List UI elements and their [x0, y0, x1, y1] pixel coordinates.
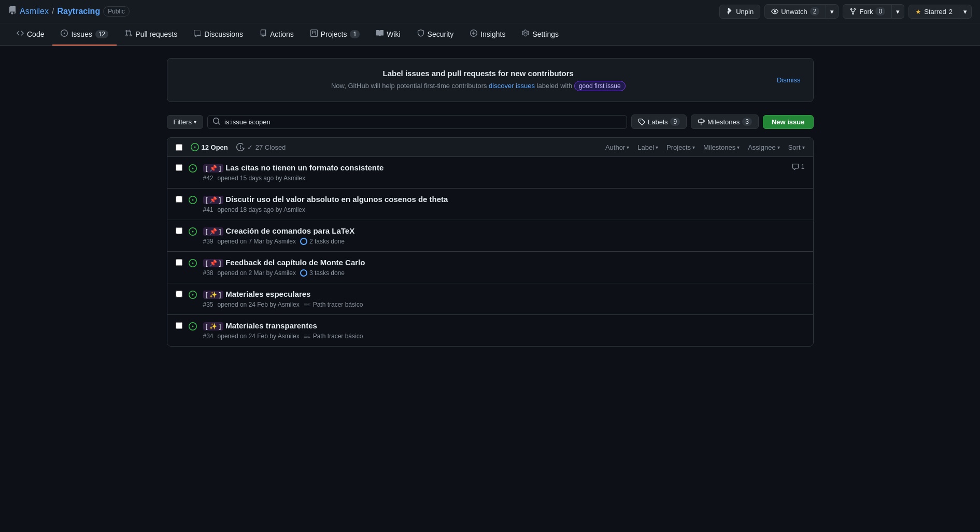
issue-meta: #41 opened 18 days ago by Asmilex	[203, 206, 799, 213]
project-badge: Path tracer básico	[304, 301, 363, 308]
issue-title[interactable]: [ 📌 ]Las citas no tienen un formato cons…	[203, 163, 786, 172]
repo-name[interactable]: Raytracing	[57, 7, 100, 16]
issue-row: [ ✨ ]Materiales transparentes #34 opened…	[167, 315, 813, 346]
issues-container: [ 📌 ]Las citas no tienen un formato cons…	[167, 157, 813, 346]
issue-author[interactable]: Asmilex	[274, 269, 296, 277]
tab-projects[interactable]: Projects 1	[302, 23, 368, 46]
unwatch-group: Unwatch 2 ▾	[764, 4, 839, 19]
banner-desc: Now, GitHub will help potential first-ti…	[180, 81, 777, 91]
issue-author[interactable]: Asmilex	[274, 238, 296, 245]
issue-author[interactable]: Asmilex	[278, 333, 300, 340]
tab-code[interactable]: Code	[8, 23, 52, 46]
tab-issues[interactable]: Issues 12	[52, 23, 117, 46]
repo-owner[interactable]: Asmilex	[20, 7, 49, 16]
issue-author[interactable]: Asmilex	[283, 175, 305, 182]
milestones-sort-button[interactable]: Milestones ▾	[703, 143, 740, 151]
repo-slash: /	[52, 7, 54, 16]
tab-wiki[interactable]: Wiki	[368, 23, 408, 46]
star-dropdown[interactable]: ▾	[959, 5, 972, 19]
wiki-icon	[376, 30, 384, 38]
projects-chevron-icon: ▾	[692, 145, 695, 150]
closed-issues-button[interactable]: ✓ 27 Closed	[236, 143, 286, 151]
tab-pull-requests[interactable]: Pull requests	[117, 23, 186, 46]
issue-title[interactable]: [ 📌 ]Feedback del capítulo de Monte Carl…	[203, 258, 799, 267]
issue-meta: #42 opened 15 days ago by Asmilex	[203, 175, 786, 182]
discover-issues-link[interactable]: discover issues	[489, 82, 535, 90]
issue-number: #38	[203, 269, 214, 277]
open-circle-icon	[189, 322, 197, 332]
issue-title[interactable]: [ 📌 ]Creación de comandos para LaTeX	[203, 226, 799, 236]
unwatch-label: Unwatch	[781, 8, 807, 16]
code-icon	[17, 30, 24, 38]
tab-actions[interactable]: Actions	[251, 23, 302, 46]
issue-checkbox[interactable]	[176, 164, 182, 171]
sort-button[interactable]: Sort ▾	[788, 143, 805, 151]
issue-row: [ 📌 ]Creación de comandos para LaTeX #39…	[167, 220, 813, 252]
star-button[interactable]: ★ Starred 2	[908, 5, 959, 19]
issue-checkbox[interactable]	[176, 227, 182, 234]
tab-discussions[interactable]: Discussions	[186, 23, 251, 46]
author-sort-button[interactable]: Author ▾	[605, 143, 629, 151]
issue-meta: #38 opened on 2 Mar by Asmilex 3 tasks d…	[203, 269, 799, 277]
unwatch-dropdown[interactable]: ▾	[826, 4, 839, 19]
assignee-sort-button[interactable]: Assignee ▾	[748, 143, 779, 151]
projects-badge: 1	[350, 30, 360, 38]
milestones-sort-label: Milestones	[703, 143, 735, 151]
security-icon	[417, 30, 424, 38]
projects-sort-button[interactable]: Projects ▾	[666, 143, 695, 151]
comment-count[interactable]: 1	[792, 163, 805, 170]
tab-insights[interactable]: Insights	[462, 23, 514, 46]
fork-button[interactable]: Fork 0	[843, 4, 892, 19]
banner-content: Label issues and pull requests for new c…	[180, 69, 777, 91]
select-all-checkbox[interactable]	[176, 144, 182, 151]
fork-dropdown[interactable]: ▾	[892, 4, 904, 19]
dismiss-button[interactable]: Dismiss	[777, 76, 801, 84]
issue-checkbox[interactable]	[176, 322, 182, 329]
project-name: Path tracer básico	[313, 333, 363, 340]
tab-security[interactable]: Security	[409, 23, 462, 46]
issue-checkbox[interactable]	[176, 196, 182, 203]
tab-insights-label: Insights	[480, 30, 505, 38]
unwatch-count: 2	[810, 7, 820, 16]
issue-row: [ 📌 ]Feedback del capítulo de Monte Carl…	[167, 252, 813, 283]
open-count-label: 12 Open	[202, 143, 228, 151]
new-issue-button[interactable]: New issue	[763, 115, 814, 129]
tab-code-label: Code	[27, 30, 44, 38]
issue-checkbox[interactable]	[176, 259, 182, 266]
fork-label: Fork	[859, 8, 873, 16]
tab-wiki-label: Wiki	[387, 30, 400, 38]
tab-settings[interactable]: Settings	[514, 23, 567, 46]
filters-button[interactable]: Filters ▾	[167, 115, 203, 129]
labels-button[interactable]: Labels 9	[631, 114, 687, 129]
milestones-button[interactable]: Milestones 3	[691, 114, 759, 129]
issue-author[interactable]: Asmilex	[278, 301, 300, 308]
unpin-button[interactable]: Unpin	[719, 5, 760, 19]
unwatch-button[interactable]: Unwatch 2	[764, 4, 826, 19]
issue-title[interactable]: [ 📌 ]Discutir uso del valor absoluto en …	[203, 195, 799, 204]
label-sort-button[interactable]: Label ▾	[637, 143, 658, 151]
pr-icon	[125, 30, 132, 38]
issue-title[interactable]: [ ✨ ]Materiales especulares	[203, 290, 799, 299]
author-label: Author	[605, 143, 625, 151]
tab-issues-label: Issues	[71, 30, 92, 38]
task-circle-icon	[300, 269, 307, 277]
fork-count: 0	[875, 7, 885, 16]
assignee-chevron-icon: ▾	[777, 145, 780, 150]
issue-author[interactable]: Asmilex	[283, 206, 305, 213]
issue-opened: opened on 24 Feb by Asmilex	[218, 301, 300, 308]
issue-title[interactable]: [ ✨ ]Materiales transparentes	[203, 321, 799, 330]
closed-count-label: 27 Closed	[255, 143, 286, 151]
book-icon	[8, 6, 17, 17]
issue-checkbox[interactable]	[176, 291, 182, 297]
contributor-banner: Label issues and pull requests for new c…	[167, 58, 814, 102]
open-issues-button[interactable]: 12 Open	[191, 143, 228, 151]
topbar-actions: Unpin Unwatch 2 ▾ Fork 0 ▾ ★ Starred 2	[719, 4, 972, 19]
search-input[interactable]	[207, 115, 627, 129]
issue-content: [ 📌 ]Discutir uso del valor absoluto en …	[203, 195, 799, 213]
issue-meta: #34 opened on 24 Feb by Asmilex Path tra…	[203, 333, 799, 340]
tab-settings-label: Settings	[532, 30, 559, 38]
issue-row: [ 📌 ]Las citas no tienen un formato cons…	[167, 157, 813, 189]
insights-icon	[470, 30, 477, 38]
issues-header-right: Author ▾ Label ▾ Projects ▾ Milestones ▾…	[605, 143, 805, 151]
filters-chevron-icon: ▾	[194, 119, 196, 125]
